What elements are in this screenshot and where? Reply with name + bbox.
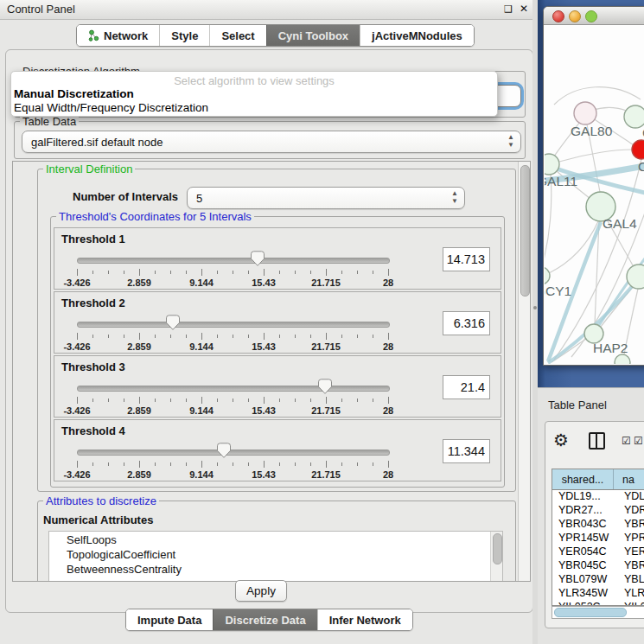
slider-track[interactable] [77, 258, 390, 264]
table-row[interactable]: YDR27...YDR2 [552, 504, 644, 518]
checkbox-icon[interactable]: ☑ [634, 435, 643, 447]
number-of-intervals-combobox[interactable]: 5 ▲▼ [187, 187, 465, 209]
tab-infer-network[interactable]: Infer Network [317, 609, 412, 630]
table-row[interactable]: YBR045CYBR0 [552, 559, 644, 573]
table-row[interactable]: YBL079WYBL0 [552, 573, 644, 587]
tick-mark [310, 462, 311, 466]
slider-tick-labels: -3.4262.8599.14415.4321.71528 [77, 277, 388, 288]
checkbox-icon[interactable]: ☑ [622, 435, 631, 447]
node-attribute-table[interactable]: shared...na YDL19...YDL1YDR27...YDR2YBR0… [552, 469, 644, 606]
table-row[interactable]: YPR145WYPR1 [552, 532, 644, 545]
threshold-panel-2: Threshold 2-3.4262.8599.14415.4321.71528 [54, 291, 501, 354]
thresholds-group: Threshold's Coordinates for 5 Intervals … [50, 216, 505, 488]
attribute-item-topologicalcoefficient[interactable]: TopologicalCoefficient [67, 547, 502, 562]
close-icon[interactable]: ✕ [520, 3, 528, 16]
tab-label: Network [104, 29, 148, 42]
splitter-grip-icon[interactable] [533, 306, 537, 309]
popup-option-equal-width-frequency-discretization[interactable]: Equal Width/Frequency Discretization [14, 101, 208, 114]
table-cell: YBR043C [552, 518, 619, 532]
threshold-slider[interactable]: -3.4262.8599.14415.4321.71528 [75, 251, 392, 287]
attribute-item-selfloops[interactable]: SelfLoops [67, 532, 502, 547]
close-traffic-light-icon[interactable] [552, 10, 564, 22]
tab-impute-data[interactable]: Impute Data [126, 609, 213, 630]
minimize-traffic-light-icon[interactable] [569, 10, 581, 22]
column-header-shared[interactable]: shared... [552, 469, 614, 489]
network-view-window[interactable]: GAL80GACGAL11GAL4GCY1HHAP2 [543, 6, 644, 366]
settings-scrollbar[interactable] [518, 162, 530, 581]
table-data-combobox[interactable]: galFiltered.sif default node ▲▼ [22, 131, 521, 153]
tick-mark [201, 397, 202, 404]
tab-jactivemnodules[interactable]: jActiveMNodules [360, 25, 474, 46]
tick-label: 15.43 [252, 341, 276, 352]
tab-style[interactable]: Style [159, 25, 209, 46]
tick-mark [264, 397, 265, 404]
tab-discretize-data[interactable]: Discretize Data [213, 609, 316, 630]
scrollbar-thumb[interactable] [520, 165, 530, 296]
table-cell: YLR345W [552, 587, 619, 601]
desktop-background: GAL80GACGAL11GAL4GCY1HHAP2 [538, 0, 644, 387]
network-window-titlebar[interactable] [544, 7, 644, 25]
tick-mark [124, 271, 124, 274]
column-header-na[interactable]: na [614, 469, 644, 489]
columns-icon[interactable] [589, 432, 605, 450]
table-horizontal-scrollbar[interactable] [552, 606, 644, 619]
panel-title: Control Panel [7, 3, 75, 16]
tick-label: 28 [383, 341, 393, 352]
threshold-label: Threshold 3 [61, 360, 125, 373]
svg-text:GAL80: GAL80 [571, 124, 613, 138]
tick-mark [139, 269, 140, 276]
threshold-slider[interactable]: -3.4262.8599.14415.4321.71528 [75, 379, 392, 415]
threshold-value-input[interactable] [443, 439, 490, 463]
threshold-slider[interactable]: -3.4262.8599.14415.4321.71528 [75, 315, 392, 351]
slider-ticks [77, 333, 388, 340]
tick-label: 28 [383, 405, 393, 416]
tab-select[interactable]: Select [209, 25, 265, 46]
network-graph: GAL80GACGAL11GAL4GCY1HHAP2 [545, 25, 644, 364]
float-window-icon[interactable]: ❑ [504, 3, 513, 16]
slider-thumb-icon [217, 443, 231, 459]
slider-thumb[interactable] [318, 379, 332, 395]
scrollbar-thumb[interactable] [493, 533, 502, 564]
threshold-value-input[interactable] [443, 247, 490, 271]
tick-label: 15.43 [252, 405, 276, 416]
numerical-attributes-label: Numerical Attributes [43, 513, 153, 526]
apply-button[interactable]: Apply [235, 580, 287, 602]
tick-mark [233, 399, 233, 402]
slider-thumb[interactable] [166, 315, 180, 331]
attribute-item-betweennesscentrality[interactable]: BetweennessCentrality [67, 562, 502, 577]
table-data-title: Table Data [20, 115, 79, 128]
interval-definition-title: Interval Definition [43, 163, 135, 175]
gear-icon[interactable]: ⚙ [553, 429, 569, 451]
slider-track[interactable] [77, 322, 390, 328]
svg-text:GAL4: GAL4 [603, 216, 637, 231]
network-canvas[interactable]: GAL80GACGAL11GAL4GCY1HHAP2 [545, 25, 644, 364]
threshold-value-input[interactable] [443, 311, 490, 335]
threshold-value-input[interactable] [443, 375, 490, 399]
zoom-traffic-light-icon[interactable] [585, 10, 597, 22]
tab-label: Style [171, 29, 198, 42]
slider-track[interactable] [77, 386, 390, 392]
popup-option-manual-discretization[interactable]: Manual Discretization [14, 87, 134, 100]
tick-mark [264, 333, 265, 340]
table-row[interactable]: YBR043CYBR0 [552, 518, 644, 532]
scrollbar-thumb[interactable] [554, 608, 627, 617]
table-row[interactable]: YER054CYER0 [552, 545, 644, 559]
threshold-slider[interactable]: -3.4262.8599.14415.4321.71528 [75, 443, 392, 479]
tick-mark [341, 271, 342, 274]
slider-thumb[interactable] [251, 251, 265, 267]
tick-mark [341, 335, 342, 338]
tab-network[interactable]: Network [77, 25, 159, 46]
tick-mark [92, 462, 93, 466]
tick-mark [388, 333, 389, 340]
slider-track[interactable] [77, 450, 390, 456]
numerical-attributes-list[interactable]: SelfLoopsTopologicalCoefficientBetweenne… [48, 531, 503, 582]
table-row[interactable]: YDL19...YDL1 [552, 490, 644, 504]
tab-cyni-toolbox[interactable]: Cyni Toolbox [266, 25, 360, 46]
slider-thumb[interactable] [217, 443, 231, 459]
table-row[interactable]: YLR345WYLR3 [552, 587, 644, 601]
tick-mark [310, 271, 311, 274]
slider-ticks [77, 461, 388, 468]
attributes-scrollbar[interactable] [490, 532, 502, 582]
tab-label: Discretize Data [225, 614, 305, 627]
table-data-group: Table Data galFiltered.sif default node … [14, 121, 526, 159]
